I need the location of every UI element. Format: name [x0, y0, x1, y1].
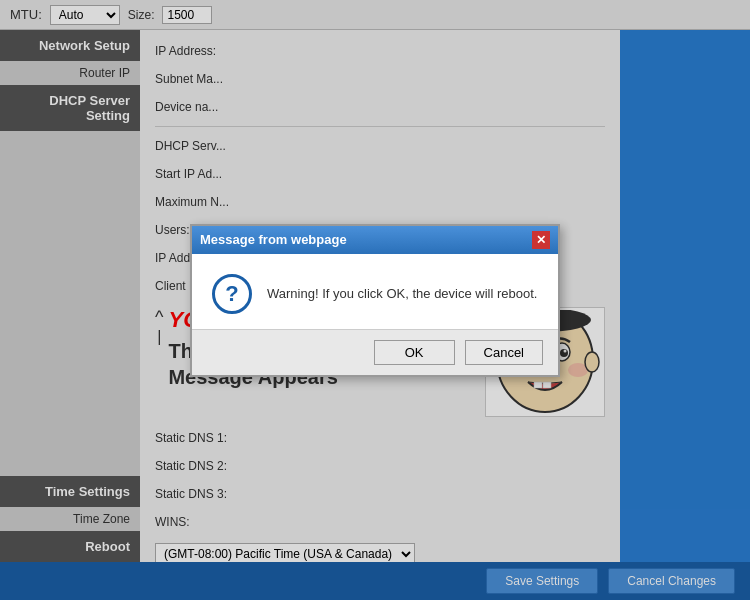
modal-body: ? Warning! If you click OK, the device w…: [192, 254, 558, 329]
modal-question-icon: ?: [212, 274, 252, 314]
modal-dialog: Message from webpage ✕ ? Warning! If you…: [190, 224, 560, 377]
modal-close-button[interactable]: ✕: [532, 231, 550, 249]
modal-title: Message from webpage: [200, 232, 347, 247]
modal-footer: OK Cancel: [192, 329, 558, 375]
modal-title-bar: Message from webpage ✕: [192, 226, 558, 254]
modal-overlay: Message from webpage ✕ ? Warning! If you…: [0, 0, 750, 600]
modal-ok-button[interactable]: OK: [374, 340, 455, 365]
modal-cancel-button[interactable]: Cancel: [465, 340, 543, 365]
modal-message: Warning! If you click OK, the device wil…: [267, 286, 537, 301]
